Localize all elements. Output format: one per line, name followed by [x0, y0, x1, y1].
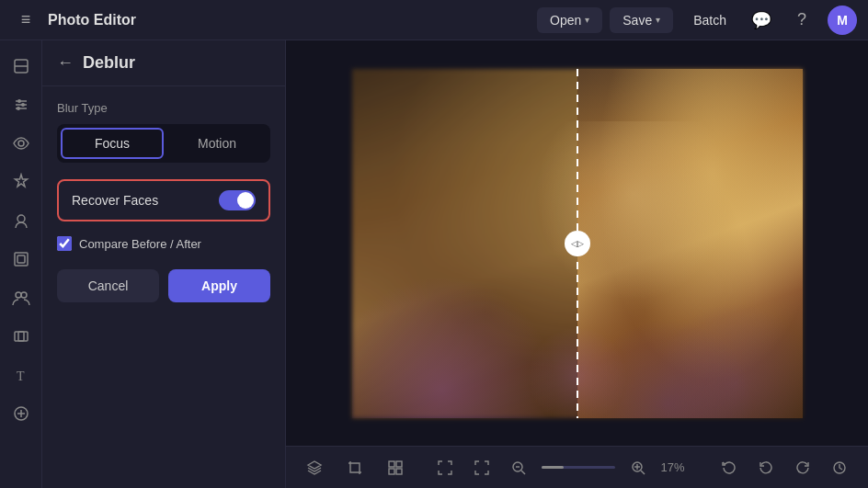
svg-text:T: T [17, 369, 25, 383]
zoom-slider[interactable] [542, 466, 615, 469]
recover-faces-label: Recover Faces [72, 193, 158, 208]
recover-faces-box: Recover Faces [57, 179, 270, 221]
sidebar-icon-adjust[interactable] [5, 88, 38, 121]
canvas-area: 17% [286, 40, 868, 488]
crop-icon[interactable] [341, 454, 369, 482]
main-content: T ← Deblur Blur Type Focus Motion Recove… [0, 40, 868, 488]
svg-line-30 [641, 471, 645, 474]
canvas-container[interactable] [286, 40, 868, 446]
fit2-icon[interactable] [468, 454, 496, 482]
svg-rect-22 [389, 469, 394, 474]
sidebar-icon-text[interactable]: T [5, 358, 38, 392]
bottom-left [301, 454, 409, 482]
deblur-panel: ← Deblur Blur Type Focus Motion Recover … [42, 40, 286, 488]
open-button[interactable]: Open ▾ [537, 7, 602, 33]
batch-button[interactable]: Batch [680, 7, 739, 33]
save-label: Save [622, 13, 652, 28]
compare-handle[interactable] [565, 231, 590, 256]
sidebar-icon-retouch[interactable] [5, 204, 38, 237]
layers-icon[interactable] [301, 454, 328, 482]
bottom-center: 17% [431, 454, 694, 482]
svg-point-7 [17, 107, 20, 110]
svg-point-13 [21, 292, 27, 298]
save-button[interactable]: Save ▾ [610, 7, 673, 33]
rotate-icon[interactable] [715, 454, 743, 482]
bottom-right [715, 454, 853, 482]
sidebar-icon-layers[interactable] [5, 50, 38, 83]
sidebar-icon-add[interactable] [5, 397, 38, 430]
chat-icon[interactable]: 💬 [747, 6, 776, 35]
grid-icon[interactable] [382, 454, 409, 482]
fit-icon[interactable] [431, 454, 459, 482]
help-icon[interactable]: ? [787, 6, 817, 35]
motion-button[interactable]: Motion [167, 128, 267, 159]
topbar-left: ≡ Photo Editor [11, 6, 530, 35]
open-label: Open [550, 13, 581, 28]
svg-rect-23 [396, 469, 402, 474]
svg-rect-14 [15, 332, 24, 341]
svg-point-12 [16, 292, 21, 298]
topbar: ≡ Photo Editor Open ▾ Save ▾ Batch 💬 ? M [0, 0, 868, 40]
sidebar-icon-frames[interactable] [5, 243, 38, 276]
panel-title: Deblur [83, 53, 135, 73]
sidebar-icons: T [0, 40, 42, 488]
focus-button[interactable]: Focus [61, 128, 164, 159]
photo-container [352, 69, 803, 418]
zoom-fill [542, 466, 564, 469]
bottom-bar: 17% [286, 446, 868, 488]
compare-checkbox[interactable] [57, 236, 72, 251]
compare-label: Compare Before / After [79, 237, 201, 251]
blur-type-selector: Focus Motion [57, 124, 270, 163]
sidebar-icon-effects[interactable] [5, 165, 38, 199]
panel-header: ← Deblur [42, 40, 285, 86]
zoom-level: 17% [661, 460, 694, 474]
menu-icon[interactable]: ≡ [11, 6, 40, 35]
recover-faces-toggle[interactable] [219, 190, 256, 210]
svg-point-8 [18, 141, 24, 146]
sidebar-icon-preview[interactable] [5, 127, 38, 160]
topbar-center: Open ▾ Save ▾ Batch [537, 7, 739, 33]
topbar-right: 💬 ? M [747, 6, 857, 35]
sidebar-icon-people[interactable] [5, 281, 38, 314]
svg-line-26 [521, 471, 525, 474]
svg-rect-10 [15, 253, 28, 266]
avatar[interactable]: M [828, 6, 857, 35]
back-button[interactable]: ← [57, 53, 74, 73]
zoom-in-icon[interactable] [624, 454, 652, 482]
open-chevron-icon: ▾ [585, 15, 589, 25]
svg-rect-15 [18, 332, 28, 341]
svg-point-9 [17, 215, 25, 222]
compare-row: Compare Before / After [57, 236, 270, 251]
app-title: Photo Editor [48, 12, 136, 28]
panel-body: Blur Type Focus Motion Recover Faces Com… [42, 86, 285, 488]
svg-point-3 [17, 99, 21, 103]
sidebar-icon-overlay[interactable] [5, 320, 38, 353]
history-icon[interactable] [826, 454, 853, 482]
blur-type-label: Blur Type [57, 101, 270, 115]
apply-button[interactable]: Apply [168, 269, 270, 302]
cancel-button[interactable]: Cancel [57, 269, 159, 302]
toggle-slider [219, 190, 256, 210]
action-row: Cancel Apply [57, 269, 270, 302]
save-chevron-icon: ▾ [656, 15, 660, 25]
svg-rect-21 [396, 461, 402, 467]
svg-rect-11 [17, 255, 25, 263]
undo-icon[interactable] [752, 454, 780, 482]
svg-rect-20 [389, 461, 394, 467]
zoom-out-icon[interactable] [505, 454, 532, 482]
svg-point-5 [21, 103, 25, 107]
redo-icon[interactable] [789, 454, 817, 482]
